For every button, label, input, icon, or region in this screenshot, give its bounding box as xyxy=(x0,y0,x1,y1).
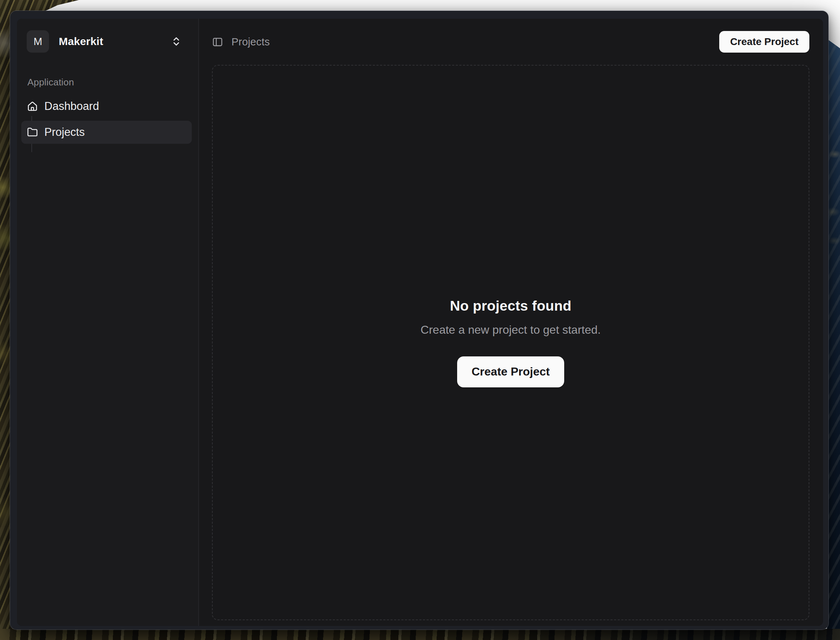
sidebar-item-label: Projects xyxy=(44,126,85,139)
team-name: Makerkit xyxy=(59,35,103,48)
wallpaper-rocks-bottom xyxy=(0,629,840,640)
sidebar: M Makerkit Application Dashboard xyxy=(17,19,199,626)
create-project-button-empty[interactable]: Create Project xyxy=(457,357,564,387)
empty-state: No projects found Create a new project t… xyxy=(421,298,601,387)
create-project-button-header[interactable]: Create Project xyxy=(719,31,810,53)
home-icon xyxy=(27,101,38,112)
projects-empty-container: No projects found Create a new project t… xyxy=(212,65,810,620)
page-title: Projects xyxy=(231,36,270,48)
team-avatar: M xyxy=(27,30,49,53)
main-header: Projects Create Project xyxy=(199,19,823,65)
main-content: Projects Create Project No projects foun… xyxy=(199,19,823,626)
sidebar-section-label: Application xyxy=(27,77,192,88)
header-left: Projects xyxy=(212,36,270,48)
folder-icon xyxy=(27,127,38,138)
app-window-content: M Makerkit Application Dashboard xyxy=(17,19,823,626)
sidebar-toggle-icon[interactable] xyxy=(212,37,223,48)
empty-state-title: No projects found xyxy=(450,298,571,314)
sidebar-item-dashboard[interactable]: Dashboard xyxy=(21,95,192,118)
team-avatar-initial: M xyxy=(34,36,42,48)
chevrons-up-down-icon xyxy=(171,36,182,47)
app-window: M Makerkit Application Dashboard xyxy=(10,11,829,630)
team-switcher[interactable]: M Makerkit xyxy=(27,30,189,53)
empty-state-subtitle: Create a new project to get started. xyxy=(421,323,601,337)
sidebar-item-projects[interactable]: Projects xyxy=(21,121,192,144)
wallpaper-mountain-right xyxy=(827,39,840,640)
sidebar-item-label: Dashboard xyxy=(44,100,99,113)
sidebar-nav: Dashboard Projects xyxy=(21,95,192,144)
